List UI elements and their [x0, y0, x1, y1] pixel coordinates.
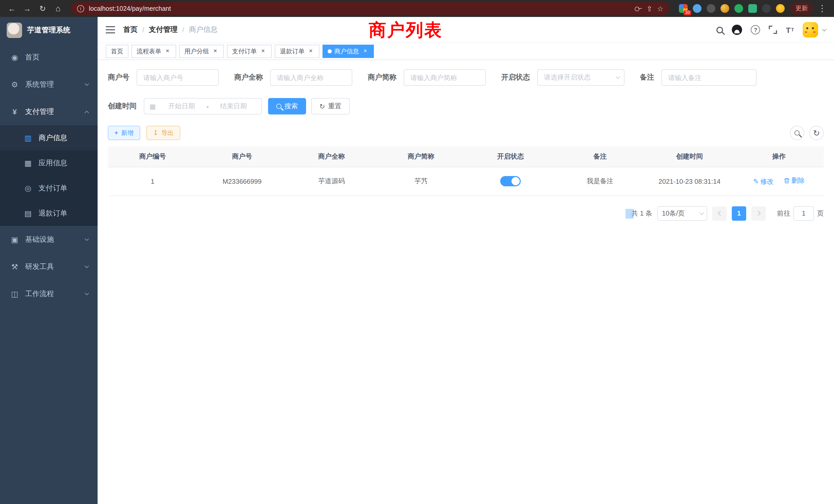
breadcrumb: 首页 / 支付管理 / 商户信息 [123, 25, 218, 35]
search-icon [276, 104, 281, 109]
back-icon[interactable] [5, 2, 19, 15]
status-toggle[interactable] [500, 176, 521, 186]
search-icon[interactable] [717, 26, 723, 33]
breadcrumb-separator: / [142, 26, 144, 34]
forward-icon[interactable] [21, 2, 34, 15]
goto-page-input[interactable] [793, 206, 814, 221]
tab-process-form[interactable]: 流程表单 [131, 45, 176, 58]
sidebar-item-merchant-info[interactable]: 商户信息 [0, 125, 97, 151]
col-create-time: 创建时间 [645, 146, 734, 167]
close-icon[interactable] [361, 48, 369, 55]
avatar[interactable] [803, 22, 818, 38]
address-bar[interactable]: localhost:1024/pay/merchant [71, 2, 670, 15]
site-info-icon[interactable] [77, 5, 84, 12]
extension-icon[interactable] [776, 4, 785, 13]
export-button[interactable]: 导出 [146, 126, 180, 140]
bookmark-star-icon[interactable] [657, 4, 663, 13]
sidebar-item-system[interactable]: 系统管理 [0, 71, 97, 98]
hamburger-icon[interactable] [106, 26, 115, 33]
logo[interactable]: 芋道管理系统 [0, 17, 97, 44]
current-page-button[interactable]: 1 [732, 206, 746, 221]
merchant-table: 商户编号 商户号 商户全称 商户简称 开启状态 备注 创建时间 操作 1 [108, 146, 824, 196]
extension-badge: 10 [683, 10, 691, 16]
status-select[interactable]: 请选择开启状态 [537, 69, 624, 86]
close-icon[interactable] [212, 48, 219, 55]
close-icon[interactable] [259, 48, 266, 55]
cell-merchant-name: 芋道源码 [287, 167, 376, 196]
extension-icon[interactable] [721, 4, 729, 13]
add-button[interactable]: 新增 [108, 126, 140, 140]
cell-actions: 修改 删除 [734, 167, 824, 196]
cell-status [466, 167, 555, 196]
merchant-no-input[interactable] [137, 69, 219, 86]
extension-icon[interactable]: 10 [679, 4, 688, 13]
browser-menu-icon[interactable] [815, 2, 829, 15]
col-remark: 备注 [555, 146, 645, 167]
cell-create-time: 2021-10-23 08:31:14 [645, 167, 734, 196]
share-icon[interactable] [646, 4, 652, 13]
avatar-caret-icon[interactable] [822, 27, 827, 31]
filter-merchant-short: 商户简称 [368, 69, 486, 86]
date-range-picker[interactable]: 开始日期 - 结束日期 [144, 98, 262, 114]
extension-icon[interactable] [762, 4, 771, 13]
sidebar-item-workflow[interactable]: 工作流程 [0, 280, 97, 307]
sidebar-item-dev-tools[interactable]: 研发工具 [0, 253, 97, 280]
sidebar-item-infrastructure[interactable]: 基础设施 [0, 226, 97, 253]
breadcrumb-current: 商户信息 [189, 25, 218, 35]
tabs-bar: 首页 流程表单 用户分组 支付订单 退款订单 [97, 43, 834, 60]
extensions-bar: 10 [679, 4, 785, 13]
next-page-button[interactable] [751, 206, 766, 221]
home-icon[interactable] [51, 2, 65, 15]
page-size-select[interactable]: 10条/页 [657, 206, 707, 221]
show-search-button[interactable] [790, 126, 804, 140]
col-merchant-id: 商户编号 [108, 146, 197, 167]
prev-page-button[interactable] [712, 206, 727, 221]
merchant-short-input[interactable] [404, 69, 486, 86]
sidebar-item-payment[interactable]: 支付管理 [0, 98, 97, 125]
remark-input[interactable] [661, 69, 756, 86]
reset-button[interactable]: 重置 [311, 98, 350, 114]
sidebar-item-home[interactable]: 首页 [0, 44, 97, 71]
password-key-icon[interactable] [635, 5, 642, 12]
breadcrumb-home[interactable]: 首页 [123, 25, 138, 35]
help-icon[interactable] [751, 25, 760, 35]
sidebar-item-refund-order[interactable]: 退款订单 [0, 201, 97, 226]
col-merchant-name: 商户全称 [287, 146, 376, 167]
extension-icon[interactable] [693, 4, 702, 13]
extension-icon[interactable] [748, 4, 757, 13]
edit-link[interactable]: 修改 [753, 177, 774, 186]
chevron-up-icon [85, 111, 89, 115]
extension-icon[interactable] [707, 4, 716, 13]
tab-merchant-info[interactable]: 商户信息 [323, 45, 374, 58]
font-size-icon[interactable] [786, 25, 794, 34]
sidebar-item-app-info[interactable]: 应用信息 [0, 151, 97, 176]
sidebar-item-pay-order[interactable]: 支付订单 [0, 176, 97, 201]
browser-update-button[interactable]: 更新 [790, 2, 813, 15]
table-header-row: 商户编号 商户号 商户全称 商户简称 开启状态 备注 创建时间 操作 [108, 146, 824, 167]
col-merchant-short: 商户简称 [376, 146, 466, 167]
trash-icon [784, 178, 790, 184]
tab-home[interactable]: 首页 [106, 45, 128, 58]
breadcrumb-payment[interactable]: 支付管理 [149, 25, 178, 35]
search-button[interactable]: 搜索 [268, 98, 306, 114]
col-merchant-no: 商户号 [197, 146, 287, 167]
reload-icon[interactable] [36, 2, 49, 15]
tab-refund-order[interactable]: 退款订单 [275, 45, 320, 58]
github-icon[interactable] [732, 25, 742, 35]
filter-create-time: 创建时间 开始日期 - 结束日期 [108, 98, 262, 114]
fullscreen-icon[interactable] [769, 26, 777, 34]
tab-pay-order[interactable]: 支付订单 [227, 45, 272, 58]
extension-icon[interactable] [734, 4, 743, 13]
merchant-name-input[interactable] [270, 69, 352, 86]
delete-link[interactable]: 删除 [784, 176, 805, 186]
close-icon[interactable] [307, 48, 314, 55]
download-icon [153, 129, 158, 137]
filter-merchant-name: 商户全称 [234, 69, 352, 86]
close-icon[interactable] [164, 48, 171, 55]
main-area: 首页 / 支付管理 / 商户信息 首页 [97, 17, 834, 504]
breadcrumb-separator: / [182, 26, 184, 34]
calendar-icon [150, 102, 156, 110]
tab-user-group[interactable]: 用户分组 [179, 45, 224, 58]
refresh-icon [320, 102, 325, 110]
refresh-table-button[interactable] [809, 126, 824, 140]
